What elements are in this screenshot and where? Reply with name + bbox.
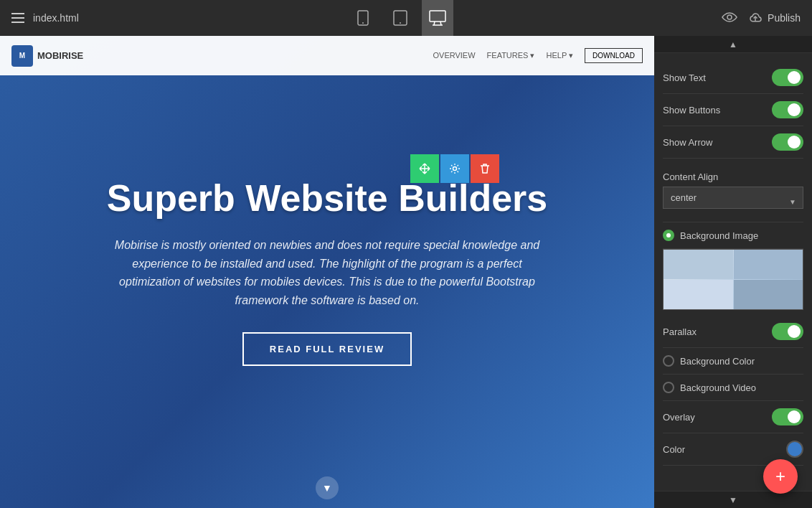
bg-color-label: Background Color bbox=[680, 356, 755, 367]
overlay-slider[interactable] bbox=[772, 408, 803, 425]
desktop-device-button[interactable] bbox=[422, 0, 453, 36]
show-arrow-label: Show Arrow bbox=[663, 137, 712, 148]
content-align-section: Content Align left center right bbox=[663, 159, 803, 222]
scroll-arrow-down[interactable]: ▼ bbox=[316, 476, 339, 499]
svg-point-3 bbox=[400, 22, 401, 24]
add-section-button[interactable]: + bbox=[763, 459, 798, 494]
publish-button[interactable]: Publish bbox=[749, 11, 801, 24]
svg-point-10 bbox=[453, 167, 457, 171]
header-right: Publish bbox=[722, 10, 801, 27]
main-area: M MOBIRISE OVERVIEW FEATURES ▾ HELP ▾ DO… bbox=[0, 36, 812, 508]
preview-button[interactable] bbox=[722, 10, 737, 27]
tablet-icon bbox=[393, 10, 407, 26]
mobile-device-button[interactable] bbox=[347, 0, 379, 36]
bg-image-radio[interactable] bbox=[663, 230, 674, 241]
move-section-button[interactable] bbox=[410, 154, 439, 183]
overlay-toggle[interactable] bbox=[772, 408, 803, 425]
color-swatch[interactable] bbox=[786, 441, 803, 458]
parallax-row: Parallax bbox=[663, 316, 803, 348]
canvas-action-buttons bbox=[410, 154, 499, 183]
parallax-slider[interactable] bbox=[772, 323, 803, 340]
device-switcher bbox=[347, 0, 453, 36]
bg-image-row: Background Image bbox=[663, 222, 803, 249]
cloud-icon bbox=[749, 11, 762, 24]
svg-point-8 bbox=[727, 15, 732, 19]
bg-video-row: Background Video bbox=[663, 375, 803, 401]
content-align-wrapper: left center right bbox=[663, 187, 803, 216]
show-buttons-toggle[interactable] bbox=[772, 101, 803, 118]
hero-heading: Superb Website Builders bbox=[107, 178, 548, 219]
show-buttons-label: Show Buttons bbox=[663, 105, 720, 116]
hero-content: Superb Website Builders Mobirise is most… bbox=[0, 36, 654, 508]
svg-point-1 bbox=[362, 22, 364, 24]
color-label: Color bbox=[663, 444, 685, 455]
settings-section-button[interactable] bbox=[440, 154, 469, 183]
bg-video-radio[interactable] bbox=[663, 382, 674, 393]
publish-label: Publish bbox=[768, 12, 801, 24]
show-text-label: Show Text bbox=[663, 72, 706, 83]
bg-image-label: Background Image bbox=[680, 230, 758, 241]
delete-section-button[interactable] bbox=[471, 154, 499, 183]
preview-cell-4 bbox=[734, 280, 803, 309]
cta-button[interactable]: READ FULL REVIEW bbox=[242, 332, 412, 366]
parallax-label: Parallax bbox=[663, 326, 697, 337]
header-left: index.html bbox=[11, 12, 79, 24]
hamburger-line bbox=[11, 22, 24, 23]
hamburger-line bbox=[11, 13, 24, 14]
hero-body-text: Mobirise is mostly oriented on newbies a… bbox=[112, 236, 542, 309]
filename-label: index.html bbox=[33, 12, 79, 24]
settings-panel: ▲ Show Text Show Buttons Show A bbox=[654, 36, 812, 508]
content-align-label: Content Align bbox=[663, 164, 803, 187]
move-icon bbox=[419, 163, 430, 174]
show-arrow-row: Show Arrow bbox=[663, 126, 803, 159]
hamburger-line bbox=[11, 17, 24, 19]
bg-image-preview-inner bbox=[664, 250, 803, 309]
header: index.html bbox=[0, 0, 812, 36]
panel-content: Show Text Show Buttons Show Arrow bbox=[654, 53, 812, 491]
bg-color-row: Background Color bbox=[663, 348, 803, 375]
parallax-toggle[interactable] bbox=[772, 323, 803, 340]
show-arrow-toggle[interactable] bbox=[772, 133, 803, 151]
show-text-row: Show Text bbox=[663, 62, 803, 94]
bg-video-label: Background Video bbox=[680, 382, 756, 393]
canvas-area: M MOBIRISE OVERVIEW FEATURES ▾ HELP ▾ DO… bbox=[0, 36, 654, 508]
overlay-row: Overlay bbox=[663, 401, 803, 433]
show-buttons-slider[interactable] bbox=[772, 101, 803, 118]
delete-icon bbox=[480, 163, 490, 174]
eye-icon bbox=[722, 11, 737, 23]
show-text-toggle[interactable] bbox=[772, 69, 803, 86]
bg-image-preview[interactable] bbox=[663, 249, 803, 310]
show-arrow-slider[interactable] bbox=[772, 133, 803, 151]
desktop-icon bbox=[429, 10, 446, 26]
preview-cell-1 bbox=[664, 250, 733, 279]
settings-icon bbox=[449, 163, 461, 174]
mobile-icon bbox=[357, 10, 369, 26]
menu-button[interactable] bbox=[11, 13, 24, 23]
content-align-select[interactable]: left center right bbox=[663, 187, 803, 209]
show-buttons-row: Show Buttons bbox=[663, 94, 803, 126]
preview-cell-2 bbox=[734, 250, 803, 279]
bg-color-radio[interactable] bbox=[663, 355, 674, 367]
preview-cell-3 bbox=[664, 280, 733, 309]
panel-scroll-down[interactable]: ▼ bbox=[654, 491, 812, 508]
svg-rect-4 bbox=[430, 11, 445, 22]
tablet-device-button[interactable] bbox=[384, 0, 416, 36]
overlay-label: Overlay bbox=[663, 412, 695, 423]
show-text-slider[interactable] bbox=[772, 69, 803, 86]
panel-scroll-up[interactable]: ▲ bbox=[654, 36, 812, 53]
